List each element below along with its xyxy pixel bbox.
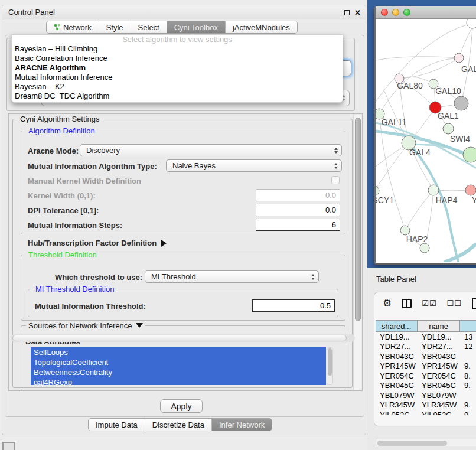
algorithm-option[interactable]: Basic Correlation Inference (12, 54, 343, 63)
table-horizontal-scrollbar[interactable] (376, 439, 476, 446)
network-node[interactable] (467, 19, 476, 28)
tab-label: Discretize Data (152, 420, 204, 429)
zoom-traffic-light[interactable] (403, 9, 410, 16)
table-cell: 8. (460, 371, 476, 380)
close-traffic-light[interactable] (381, 9, 388, 16)
bottom-corner-button[interactable] (2, 442, 15, 450)
network-node-label: GAL1 (438, 111, 459, 120)
control-panel-tabs: NetworkStyleSelectCyni ToolboxjActiveMNo… (46, 21, 298, 34)
mi-steps-input[interactable]: 6 (256, 219, 340, 231)
table-row[interactable]: YBR043CYBR043C (376, 351, 476, 361)
table-column-header[interactable] (460, 321, 476, 331)
network-edge[interactable] (445, 244, 475, 262)
table-row[interactable]: YIL052CYIL052C9 (376, 410, 476, 415)
table-row[interactable]: YDL19...YDL19...13 (376, 332, 476, 342)
attributes-scrollbar[interactable] (327, 347, 333, 385)
algorithm-option[interactable]: ARACNE Algorithm (12, 63, 343, 73)
columns-icon[interactable] (402, 299, 412, 308)
node-table[interactable]: shared...name YDL19...YDL19...13YDR27...… (376, 320, 476, 415)
table-row[interactable]: YPR145WYPR145W9. (376, 361, 476, 371)
mi-threshold-value: 0.5 (320, 301, 331, 310)
checked-boxes-icon[interactable]: ☑☑ (422, 299, 436, 308)
unchecked-boxes-icon[interactable]: ☐☐ (447, 299, 462, 308)
minimize-traffic-light[interactable] (392, 9, 399, 16)
table-cell: YBR043C (418, 352, 460, 361)
network-canvas[interactable]: GALGAL80GAL10GAL1GAL11SWI4GAL4GCY1HAP4YH… (376, 19, 476, 262)
attribute-list-item[interactable]: TopologicalCoefficient (31, 357, 326, 367)
attribute-list-item[interactable]: SelfLoops (31, 347, 326, 357)
which-threshold-combobox[interactable]: MI Threshold (145, 270, 319, 283)
table-row[interactable]: YBL079WYBL079W (376, 390, 476, 400)
network-node[interactable] (454, 53, 464, 63)
table-cell: YLR345W (418, 400, 460, 409)
settings-vertical-scrollbar[interactable] (353, 115, 361, 391)
algorithm-dropdown-popup: Select algorithm to view settings Bayesi… (11, 34, 343, 103)
table-row[interactable]: YDR27...YDR27...12 (376, 342, 476, 352)
algorithm-option[interactable]: Dream8 DC_TDC Algorithm (12, 92, 343, 101)
close-icon[interactable]: ✕ (354, 9, 361, 17)
mi-type-label: Mutual Information Algorithm Type: (28, 162, 157, 171)
network-node[interactable] (428, 185, 439, 195)
network-node[interactable] (465, 185, 476, 195)
network-node[interactable] (463, 147, 476, 162)
tab-jactivemnodules[interactable]: jActiveMNodules (226, 21, 297, 33)
attribute-list-item[interactable]: BetweennessCentrality (31, 367, 326, 377)
network-edge[interactable] (376, 143, 409, 191)
table-cell: YPR145W (418, 361, 460, 370)
gear-icon[interactable]: ⚙ (383, 297, 392, 309)
mi-threshold-input[interactable]: 0.5 (252, 299, 335, 312)
sources-title-text: Sources for Network Inference (28, 321, 132, 330)
data-attributes-list[interactable]: SelfLoopsTopologicalCoefficientBetweenne… (31, 347, 326, 385)
network-node[interactable] (443, 123, 454, 134)
scrollbar-thumb[interactable] (355, 118, 361, 321)
table-row[interactable]: YER054CYER054C8. (376, 371, 476, 381)
page-icon[interactable] (472, 298, 476, 309)
tab-cyni-toolbox[interactable]: Cyni Toolbox (167, 21, 226, 33)
network-edge[interactable] (399, 58, 459, 79)
apply-button[interactable]: Apply (160, 399, 203, 413)
mi-type-combobox[interactable]: Naive Bayes (166, 159, 342, 172)
tab-infer-network[interactable]: Infer Network (212, 419, 272, 431)
stepper-icon (311, 274, 315, 280)
tab-impute-data[interactable]: Impute Data (89, 419, 145, 431)
manual-kernel-checkbox[interactable] (331, 176, 340, 184)
tab-discretize-data[interactable]: Discretize Data (145, 419, 212, 431)
attribute-list-item[interactable]: gal4RGexp (31, 377, 326, 385)
scrollbar-thumb[interactable] (12, 335, 347, 341)
settings-horizontal-scrollbar[interactable] (11, 334, 355, 342)
scrollbar-thumb[interactable] (377, 441, 447, 446)
aracne-mode-combobox[interactable]: Discovery (80, 144, 342, 156)
dpi-tolerance-input[interactable]: 0.0 (256, 204, 340, 216)
tab-label: jActiveMNodules (233, 23, 290, 32)
tab-select[interactable]: Select (131, 21, 167, 33)
table-cell: 9. (460, 361, 476, 370)
table-cell: YLR345W (376, 400, 418, 409)
tab-style[interactable]: Style (99, 21, 131, 33)
control-panel-titlebar[interactable]: Control Panel ✕ (2, 5, 366, 19)
table-row[interactable]: YBR045CYBR045C9. (376, 381, 476, 391)
expanded-arrow-icon (136, 323, 143, 328)
algorithm-option[interactable]: Mutual Information Inference (12, 73, 343, 82)
sources-group-title[interactable]: Sources for Network Inference (26, 321, 145, 330)
table-row[interactable]: YLR345WYLR345W9. (376, 400, 476, 410)
network-node[interactable] (420, 243, 429, 253)
table-column-header[interactable]: shared... (376, 321, 418, 331)
network-view-window: GALGAL80GAL10GAL1GAL11SWI4GAL4GCY1HAP4YH… (374, 6, 476, 265)
tab-network[interactable]: Network (47, 21, 99, 33)
algorithm-option[interactable]: Bayesian – Hill Climbing (12, 44, 343, 54)
network-node[interactable] (454, 96, 468, 110)
table-cell: YBL079W (376, 391, 418, 400)
kernel-width-input[interactable]: 0.0 (256, 189, 340, 201)
network-node[interactable] (400, 226, 410, 235)
table-cell: YDR27... (418, 342, 460, 351)
table-column-header[interactable]: name (418, 321, 460, 331)
table-header-row[interactable]: shared...name (376, 320, 476, 332)
window-title: Control Panel (2, 8, 55, 17)
hub-definition-toggle[interactable]: Hub/Transcription Factor Definition (28, 239, 167, 247)
cyni-bottom-tabs: Impute DataDiscretize DataInfer Network (88, 418, 272, 431)
table-cell: YBL079W (418, 391, 460, 400)
network-window-titlebar[interactable] (376, 6, 476, 19)
float-icon[interactable] (344, 10, 350, 15)
network-node[interactable] (376, 186, 379, 195)
algorithm-option[interactable]: Bayesian – K2 (12, 82, 343, 92)
